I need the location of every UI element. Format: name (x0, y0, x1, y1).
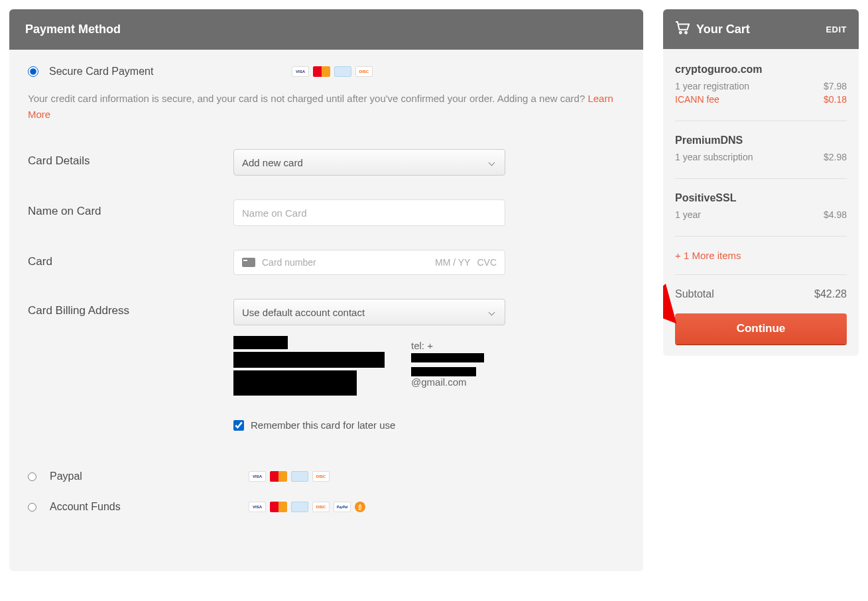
cart-item: PremiumDNS1 year subscription$2.98 (675, 135, 847, 179)
cart-line: ICANN fee$0.18 (675, 94, 847, 105)
card-label: Card (28, 250, 233, 268)
subtotal-label: Subtotal (675, 288, 714, 300)
discover-icon: DISC (312, 471, 330, 482)
card-details-select[interactable]: Add new card (233, 149, 505, 176)
secure-card-label: Secure Card Payment (49, 66, 153, 78)
card-icon (242, 258, 255, 267)
cart-icon (675, 21, 690, 37)
paypal-radio[interactable] (28, 472, 36, 481)
discover-icon: DISC (312, 502, 330, 512)
cart-header: Your Cart EDIT (663, 9, 859, 49)
remember-card-label: Remember this card for later use (251, 419, 395, 431)
name-on-card-label: Name on Card (28, 199, 233, 218)
name-on-card-input[interactable] (233, 199, 505, 226)
continue-button[interactable]: Continue (675, 313, 847, 344)
email-display: @gmail.com (411, 365, 505, 388)
cart-item: PositiveSSL1 year$4.98 (675, 192, 847, 237)
visa-icon: VISA (249, 502, 266, 512)
card-brand-icons: VISA DISC (292, 66, 373, 77)
cart-item-name: PositiveSSL (675, 192, 847, 204)
remember-card-checkbox[interactable] (233, 420, 244, 431)
billing-address-display: tel: + @gmail.com (233, 336, 505, 396)
subtotal-value: $42.28 (814, 288, 847, 300)
cart-item-name: cryptoguroo.com (675, 64, 847, 76)
redacted-text (233, 352, 385, 368)
chevron-down-icon (489, 159, 495, 166)
account-funds-label: Account Funds (50, 501, 235, 513)
cart-edit-link[interactable]: EDIT (826, 25, 847, 34)
card-number-input[interactable]: Card number MM / YY CVC (233, 250, 505, 275)
bitcoin-icon: ₿ (355, 502, 365, 512)
secure-card-radio[interactable] (28, 66, 38, 77)
paypal-icon: PayPal (334, 502, 351, 512)
mastercard-icon (313, 66, 330, 77)
cart-line: 1 year registration$7.98 (675, 81, 847, 91)
redacted-text (233, 336, 288, 349)
svg-line-3 (663, 254, 670, 317)
cart-line: 1 year$4.98 (675, 209, 847, 220)
funds-payment-icons: VISA DISC PayPal ₿ (249, 502, 365, 512)
tel-display: tel: + (411, 340, 505, 362)
info-text: Your credit card information is secure, … (28, 91, 625, 123)
paypal-card-icons: VISA DISC (249, 471, 330, 482)
amex-icon (291, 502, 308, 512)
visa-icon: VISA (249, 471, 266, 482)
cart-item-name: PremiumDNS (675, 135, 847, 146)
chevron-down-icon (489, 309, 495, 315)
billing-address-select[interactable]: Use default account contact (233, 299, 505, 325)
account-funds-radio[interactable] (28, 503, 36, 512)
svg-point-0 (680, 32, 682, 34)
cart-line: 1 year subscription$2.98 (675, 152, 847, 162)
svg-point-1 (685, 32, 687, 34)
main-header: Payment Method (9, 9, 643, 50)
billing-address-label: Card Billing Address (28, 299, 233, 317)
redacted-text (233, 370, 357, 396)
paypal-label: Paypal (50, 470, 235, 482)
visa-icon: VISA (292, 66, 309, 77)
cart-item: cryptoguroo.com1 year registration$7.98I… (675, 64, 847, 121)
amex-icon (334, 66, 351, 77)
mastercard-icon (270, 502, 287, 512)
card-details-label: Card Details (28, 149, 233, 168)
mastercard-icon (270, 471, 287, 482)
cart-title: Your Cart (696, 23, 819, 36)
page-title: Payment Method (25, 23, 627, 36)
amex-icon (291, 471, 308, 482)
subtotal-row: Subtotal $42.28 (675, 288, 847, 313)
discover-icon: DISC (355, 66, 373, 77)
more-items-link[interactable]: + 1 More items (675, 250, 847, 275)
